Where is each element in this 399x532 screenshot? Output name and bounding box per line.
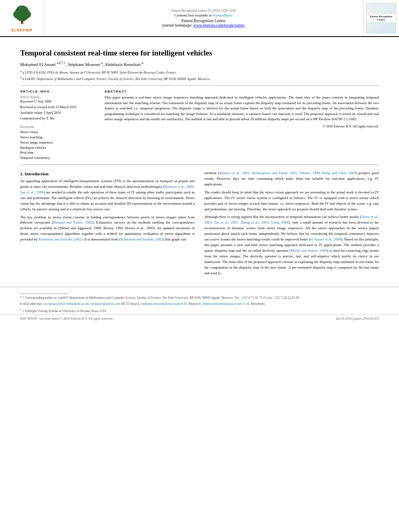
footer-bottom: 0167-8655/$ - see front matter © 2010 El…: [0, 314, 399, 322]
logo-title-text: Pattern Recognition Letters: [366, 14, 396, 22]
main-content: 1. Introduction An appealing application…: [20, 170, 379, 279]
journal-logo-right: Pattern Recognition Letters: [363, 0, 399, 36]
footnote-divider: [20, 294, 68, 294]
received-date: Received 17 July 2009: [20, 99, 97, 104]
abstract-label: ABSTRACT: [105, 90, 379, 93]
section1-para2: The key problem in stereo vision consist…: [20, 215, 195, 243]
affiliation-a: a a LITIS EA 4108, INSA de Rouen, Avenue…: [20, 70, 379, 75]
keyword-1: Stereo vision: [20, 129, 97, 135]
communicated-by: Communicated by Y. Ma: [20, 116, 97, 121]
authors-text: Mohamed El Ansari a,b,*,1, Stéphane Mous…: [20, 62, 143, 67]
ref-davis[interactable]: Davis et al., 2005; Tao et al., 2001; Zh…: [204, 215, 379, 224]
contents-label: Contents lists available at ScienceDirec…: [175, 13, 233, 17]
email-a-label: (A. Bensrhair).: [246, 302, 265, 306]
main-col-left: 1. Introduction An appealing application…: [20, 170, 195, 279]
divider-top: [20, 85, 379, 86]
keyword-4: Intelligent vehicles: [20, 145, 97, 150]
section1-heading: 1. Introduction: [20, 171, 195, 176]
elsevier-brand-text: ELSEVIER: [10, 28, 34, 32]
journal-title: Pattern Recognition Letters: [181, 18, 226, 23]
article-info-label: ARTICLE INFO: [20, 90, 97, 93]
keywords-label: Keywords:: [20, 125, 97, 129]
footer-footnotes: * * Corresponding author at: LabSIV, Dep…: [20, 290, 379, 315]
ref-bertozzi[interactable]: Bertozzi et al., 2000; Sun et al., 2006: [20, 185, 195, 194]
section1-para1: An appealing application of intelligent …: [20, 179, 195, 212]
article-info-col: ARTICLE INFO Article history: Received 1…: [20, 90, 97, 160]
volume-info: Pattern Recognition Letters 31 (2010) 12…: [171, 9, 235, 12]
email-link-2[interactable]: melansari@yahoo.com: [90, 302, 120, 306]
section1-right-para3: Although there is strong support that th…: [204, 214, 379, 276]
ref-boykov[interactable]: Boykov et al., 2001; Kolmogorov and Zabi…: [219, 171, 356, 175]
ref-elansari[interactable]: El Ansari et al., 2008: [310, 237, 341, 241]
available-date: Available online 3 April 2010: [20, 111, 97, 115]
section1-right-para1: methods (Boykov et al., 2001; Kolmogorov…: [204, 170, 379, 187]
copyright: © 2010 Elsevier B.V. All rights reserved…: [105, 124, 379, 128]
sciencedirect-link[interactable]: ScienceDirect: [212, 13, 232, 17]
authors-line: Mohamed El Ansari a,b,*,1, Stéphane Mous…: [20, 61, 379, 68]
ref-scharstein2[interactable]: Scharstein and Szeliski, 2002: [120, 237, 163, 241]
keyword-6: Temporal consistency: [20, 155, 97, 160]
section1-number: 1. Introduction: [20, 171, 49, 176]
email-label: E-mail addresses:: [20, 302, 43, 306]
abstract-text: This paper presents a real-time stereo i…: [105, 95, 379, 122]
email-link-1[interactable]: m.elansari@univ-lnmazhohr.ac.ma: [44, 302, 89, 306]
history-label: Article history:: [20, 95, 97, 99]
journal-homepage: journal homepage: www.elsevier.com/locat…: [162, 23, 245, 27]
footnote-1: 1 1 Fulbright Visiting Scholar at Univer…: [20, 308, 379, 314]
paper-body: Temporal consistent real-time stereo for…: [0, 37, 399, 287]
footer-bottom-left: 0167-8655/$ - see front matter © 2010 El…: [20, 317, 113, 320]
divider-bottom: [20, 164, 379, 165]
email-s-label: (S. Mousset),: [184, 302, 202, 306]
footer-bottom-right: doi:10.1016/j.patrec.2010.03.023: [336, 317, 379, 320]
revised-date: Received in revised form 23 March 2010: [20, 105, 97, 109]
footnote-star: * * Corresponding author at: LabSIV, Dep…: [20, 296, 379, 300]
article-info-abstract: ARTICLE INFO Article history: Received 1…: [20, 90, 379, 160]
journal-header: ELSEVIER Pattern Recognition Letters 31 …: [0, 0, 399, 37]
email-link-3[interactable]: stephane.mousset@insa-rouen.fr: [141, 302, 183, 306]
paper-title: Temporal consistent real-time stereo for…: [20, 48, 379, 58]
elsevier-logo: ELSEVIER: [0, 0, 44, 36]
main-col-right: methods (Boykov et al., 2001; Kolmogorov…: [204, 170, 379, 279]
ref-miche[interactable]: Miché and Debrie, 1995: [291, 249, 327, 253]
keyword-2: Stereo matching: [20, 135, 97, 140]
journal-logo-box: Pattern Recognition Letters: [366, 3, 396, 33]
journal-header-center: Pattern Recognition Letters 31 (2010) 12…: [44, 0, 363, 36]
page-footer: * * Corresponding author at: LabSIV, Dep…: [0, 287, 399, 315]
abstract-col: ABSTRACT This paper presents a real-time…: [105, 90, 379, 160]
email-m-label: (M. El Ansari),: [121, 302, 140, 306]
section1-right-para2: The reader should keep in mind that the …: [204, 190, 379, 212]
homepage-link[interactable]: www.elsevier.com/locate/patrec: [193, 23, 245, 27]
ref-scharstein[interactable]: Scharstein and Szeliski (2002): [39, 237, 83, 241]
email-link-4[interactable]: abdelaiz.bensrhair@insa-rouen.fr: [202, 302, 245, 306]
affiliation-b: b b LabSIV, Department of Mathematics an…: [20, 76, 379, 82]
keyword-5: Real-time: [20, 150, 97, 155]
keyword-3: Stereo image sequences: [20, 140, 97, 145]
footer-emails: E-mail addresses: m.elansari@univ-lnmazh…: [20, 302, 379, 306]
ref-barnard[interactable]: Barnard and Fisher, 1982: [53, 220, 92, 224]
